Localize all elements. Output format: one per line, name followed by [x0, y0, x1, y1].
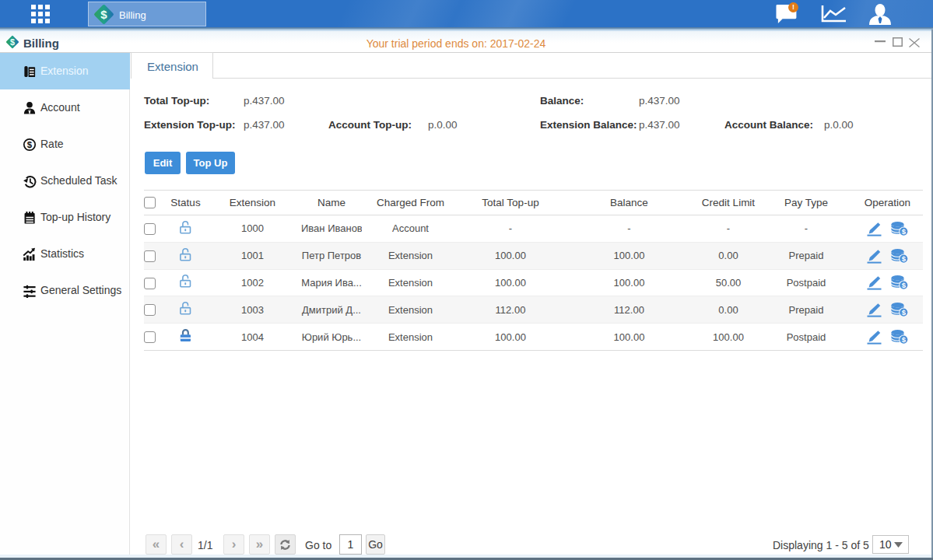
- svg-text:$: $: [902, 254, 907, 263]
- svg-text:$: $: [902, 335, 907, 344]
- svg-text:$: $: [100, 8, 107, 21]
- svg-text:$: $: [902, 282, 907, 290]
- svg-text:$: $: [27, 140, 33, 149]
- svg-text:$: $: [902, 308, 907, 317]
- svg-text:$: $: [902, 227, 907, 236]
